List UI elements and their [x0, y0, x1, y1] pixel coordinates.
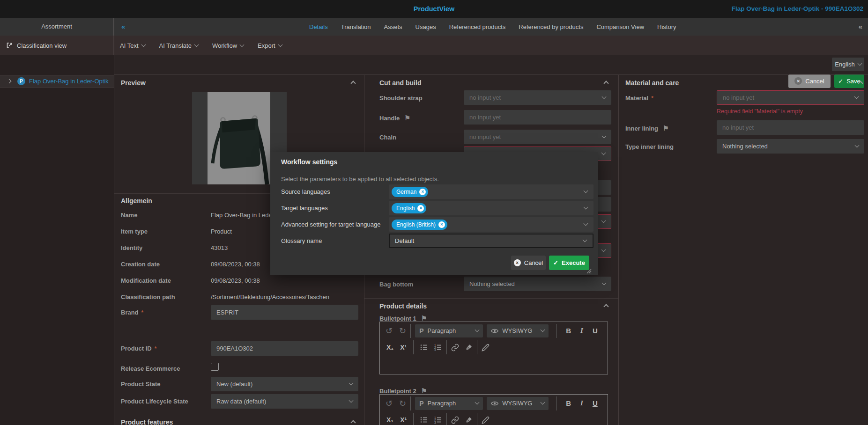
- language-selector[interactable]: English: [832, 58, 864, 71]
- chevron-down-icon: [601, 248, 606, 252]
- italic-button[interactable]: I: [580, 327, 583, 335]
- flag-icon[interactable]: ⚑: [421, 315, 427, 322]
- tab-referenced-products[interactable]: Referenced products: [449, 23, 506, 30]
- tab-history[interactable]: History: [657, 23, 676, 30]
- highlighter-icon[interactable]: [465, 416, 473, 424]
- collapse-section-icon[interactable]: [603, 81, 608, 86]
- collapse-section-icon[interactable]: [603, 304, 608, 309]
- superscript-button[interactable]: X¹: [400, 344, 407, 351]
- resize-handle-icon[interactable]: [585, 267, 592, 274]
- bullet-list-icon[interactable]: [420, 343, 428, 352]
- remove-chip-icon[interactable]: ×: [438, 221, 445, 228]
- tab-usages[interactable]: Usages: [415, 23, 436, 30]
- underline-button[interactable]: U: [593, 399, 598, 407]
- flag-icon[interactable]: ⚑: [404, 114, 410, 122]
- remove-chip-icon[interactable]: ×: [419, 189, 426, 195]
- product-id-input[interactable]: 990EA1O302: [211, 341, 358, 356]
- advanced-target-language-dropdown[interactable]: English (British) ×: [389, 217, 594, 232]
- collapse-left-icon[interactable]: «: [121, 18, 125, 36]
- product-type-badge: P: [17, 77, 25, 85]
- bag-bottom-dropdown[interactable]: Nothing selected: [464, 277, 611, 291]
- editor-mode-dropdown[interactable]: WYSIWYG: [487, 397, 549, 410]
- italic-button[interactable]: I: [580, 399, 583, 407]
- section-heading-preview: Preview: [121, 79, 146, 87]
- tab-translation[interactable]: Translation: [341, 23, 371, 30]
- tree-item-product[interactable]: P Flap Over-Bag in Leder-Optik - 990EA1O…: [0, 75, 114, 88]
- material-dropdown[interactable]: no input yet: [717, 90, 864, 105]
- flag-icon[interactable]: ⚑: [663, 125, 669, 132]
- collapse-section-icon[interactable]: [350, 81, 356, 86]
- collapse-right-icon[interactable]: «: [859, 18, 862, 36]
- handle-input[interactable]: no input yet: [464, 110, 611, 125]
- field-label-shoulder-strap: Shoulder strap: [379, 95, 423, 102]
- bulletpoint-2-editor[interactable]: ↺ ↻ P Paragraph WYSIWYG B I U: [379, 394, 608, 425]
- menu-workflow[interactable]: Workflow: [212, 42, 244, 49]
- menu-export[interactable]: Export: [258, 42, 282, 49]
- highlighter-icon[interactable]: [465, 344, 473, 352]
- tab-referenced-by-products[interactable]: Referenced by products: [519, 23, 583, 30]
- tab-assortment[interactable]: Assortment: [0, 18, 114, 36]
- redo-icon[interactable]: ↻: [399, 398, 406, 409]
- modal-execute-button[interactable]: ✓ Execute: [549, 256, 589, 270]
- classification-view-button[interactable]: Classification view: [0, 36, 114, 55]
- link-icon[interactable]: [451, 344, 459, 352]
- divider: [618, 75, 619, 425]
- glossary-name-dropdown[interactable]: Default: [389, 234, 594, 248]
- bulletpoint-1-editor[interactable]: ↺ ↻ P Paragraph WYSIWYG B I U: [379, 322, 608, 374]
- field-label-target-languages: Target languages: [281, 205, 328, 212]
- paragraph-style-dropdown[interactable]: P Paragraph: [415, 397, 483, 410]
- superscript-button[interactable]: X¹: [400, 416, 407, 424]
- brand-input[interactable]: ESPRIT: [211, 305, 358, 320]
- subscript-button[interactable]: X₁: [386, 344, 393, 351]
- modal-cancel-button[interactable]: × Cancel: [511, 256, 546, 270]
- tab-details[interactable]: Details: [309, 23, 328, 30]
- field-label-name: Name: [121, 212, 137, 219]
- cancel-button[interactable]: × Cancel: [788, 74, 831, 88]
- undo-icon[interactable]: ↺: [386, 326, 393, 336]
- undo-icon[interactable]: ↺: [386, 398, 393, 409]
- pencil-icon[interactable]: [482, 344, 490, 352]
- product-lifecycle-state-dropdown[interactable]: Raw data (default): [211, 394, 358, 409]
- chevron-down-icon: [583, 238, 587, 242]
- type-inner-lining-dropdown[interactable]: Nothing selected: [717, 139, 864, 154]
- redo-icon[interactable]: ↻: [399, 326, 406, 336]
- pencil-icon[interactable]: [482, 416, 490, 424]
- tab-comparison-view[interactable]: Comparison View: [596, 23, 644, 30]
- collapse-section-icon[interactable]: [350, 420, 356, 425]
- chevron-down-icon: [475, 400, 480, 405]
- source-languages-dropdown[interactable]: German ×: [389, 184, 594, 199]
- tab-assets[interactable]: Assets: [384, 23, 402, 30]
- bullet-list-icon[interactable]: [420, 416, 428, 424]
- chevron-down-icon: [584, 205, 588, 210]
- field-label-bulletpoint-2: Bulletpoint 2⚑: [379, 387, 427, 395]
- chevron-right-icon[interactable]: [7, 79, 12, 84]
- assortment-sidebar: [0, 55, 114, 425]
- numbered-list-icon[interactable]: 1 2 3: [434, 416, 442, 424]
- product-state-dropdown[interactable]: New (default): [211, 377, 358, 391]
- numbered-list-icon[interactable]: 1 2 3: [434, 343, 442, 352]
- inner-lining-input[interactable]: no input yet: [717, 120, 864, 135]
- target-languages-dropdown[interactable]: English ×: [389, 201, 594, 215]
- flag-icon[interactable]: ⚑: [421, 387, 427, 395]
- bold-button[interactable]: B: [566, 399, 571, 407]
- underline-button[interactable]: U: [593, 327, 598, 335]
- menu-ai-text[interactable]: AI Text: [120, 42, 145, 49]
- remove-chip-icon[interactable]: ×: [417, 205, 424, 212]
- field-label-classification-path: Classification path: [121, 293, 175, 300]
- required-mark: *: [651, 95, 653, 102]
- subscript-button[interactable]: X₁: [386, 416, 393, 424]
- editor-mode-dropdown[interactable]: WYSIWYG: [487, 324, 549, 337]
- bold-button[interactable]: B: [566, 327, 571, 335]
- chevron-down-icon: [855, 143, 860, 148]
- shoulder-strap-dropdown[interactable]: no input yet: [464, 90, 611, 105]
- field-label-advanced-target-language: Advanced setting for target language: [281, 221, 380, 228]
- menu-ai-translate[interactable]: AI Translate: [159, 42, 198, 49]
- field-label-product-lifecycle-state: Product Lifecycle State: [121, 398, 188, 405]
- chevron-down-icon: [584, 221, 588, 226]
- field-label-creation-date: Creation date: [121, 261, 160, 268]
- link-icon[interactable]: [451, 416, 459, 424]
- chevron-down-icon: [541, 400, 545, 405]
- paragraph-style-dropdown[interactable]: P Paragraph: [415, 324, 483, 337]
- chain-dropdown[interactable]: no input yet: [464, 130, 611, 144]
- release-ecommerce-checkbox[interactable]: [211, 363, 219, 371]
